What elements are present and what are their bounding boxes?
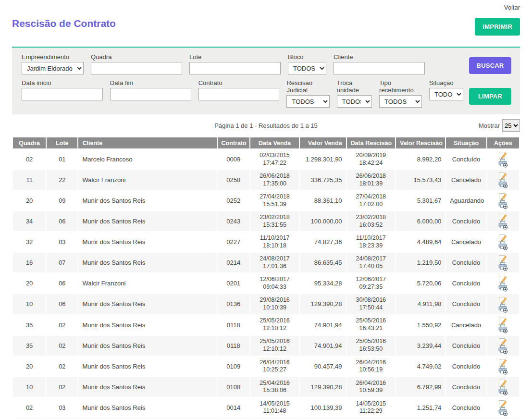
cell-contrato: 0252 <box>218 191 249 210</box>
cell-valor-rescisao: 3.239,44 <box>396 336 445 356</box>
table-row: 34 06 Munir dos Santos Reis 0243 23/02/2… <box>13 211 519 231</box>
cell-lote: 22 <box>47 170 77 190</box>
cell-data-venda: 25/05/201612:10:12 <box>250 336 299 356</box>
table-row: 10 06 Munir dos Santos Reis 0136 29/08/2… <box>13 294 519 314</box>
table-row: 35 02 Munir dos Santos Reis 0118 25/05/2… <box>13 315 519 335</box>
cell-lote: 02 <box>47 315 77 335</box>
col-valor-venda: Valor Venda <box>300 137 346 148</box>
buscar-button[interactable]: BUSCAR <box>469 57 511 74</box>
cell-data-venda: 26/04/201610:25:27 <box>250 357 299 376</box>
print-icon[interactable] <box>498 262 508 271</box>
edit-icon[interactable] <box>499 254 507 262</box>
cell-lote: 06 <box>47 273 77 293</box>
col-quadra: Quadra <box>13 137 46 148</box>
cell-data-venda: 02/03/201517:47:22 <box>250 149 299 169</box>
cell-actions <box>487 377 519 397</box>
cell-data-rescisao: 30/08/201617:50:44 <box>347 294 395 314</box>
print-icon[interactable] <box>498 387 508 395</box>
limpar-button[interactable]: LIMPAR <box>469 88 511 105</box>
cell-valor-venda: 90.457,49 <box>300 357 346 376</box>
cell-situacao: Concluído <box>446 294 486 314</box>
print-icon[interactable] <box>498 221 508 230</box>
cell-data-rescisao: 11/10/201718:23:39 <box>347 232 395 252</box>
print-icon[interactable] <box>498 180 508 188</box>
edit-icon[interactable] <box>499 192 507 200</box>
cell-actions <box>487 232 519 252</box>
cell-contrato: 0118 <box>218 315 249 335</box>
edit-icon[interactable] <box>499 379 507 387</box>
edit-icon[interactable] <box>499 296 507 304</box>
data-fim-input[interactable] <box>110 88 191 100</box>
cell-valor-rescisao: 15.573,43 <box>396 170 445 190</box>
cell-data-rescisao: 14/05/201511:22:29 <box>347 398 395 418</box>
rescisao-judicial-label: Rescisão Judicial <box>286 79 329 94</box>
edit-icon[interactable] <box>499 213 507 221</box>
cell-valor-rescisao: 1.251,74 <box>396 398 445 418</box>
data-inicio-input[interactable] <box>22 88 103 100</box>
pagination-summary: Página 1 de 1 - Resultados de 1 a 15 <box>214 122 318 129</box>
cell-quadra: 20 <box>13 357 46 376</box>
edit-icon[interactable] <box>499 151 507 159</box>
troca-unidade-select[interactable]: TODOS <box>337 95 372 108</box>
cell-data-rescisao: 26/04/201610:59:39 <box>347 377 395 397</box>
cell-actions <box>487 357 519 376</box>
cell-contrato: 0136 <box>218 294 249 314</box>
print-icon[interactable] <box>498 159 508 168</box>
print-icon[interactable] <box>498 283 508 292</box>
cell-lote: 01 <box>47 149 77 169</box>
cell-valor-venda: 129.390,28 <box>300 377 346 397</box>
edit-icon[interactable] <box>499 234 507 242</box>
cell-actions <box>487 211 519 231</box>
rescisao-judicial-select[interactable]: TODOS <box>286 95 329 108</box>
contrato-label: Contrato <box>198 79 280 86</box>
cell-actions <box>487 336 519 356</box>
cliente-input[interactable] <box>334 62 425 74</box>
situacao-select[interactable]: TODOS <box>429 88 463 100</box>
edit-icon[interactable] <box>499 275 507 283</box>
lote-input[interactable] <box>189 62 281 74</box>
print-icon[interactable] <box>498 366 508 375</box>
print-icon[interactable] <box>498 304 508 313</box>
tipo-recebimento-select[interactable]: TODOS <box>379 95 422 108</box>
cell-situacao: Concluído <box>446 377 486 397</box>
quadra-input[interactable] <box>91 62 182 74</box>
cell-cliente: Munir dos Santos Reis <box>78 398 216 418</box>
data-inicio-label: Data início <box>22 79 103 86</box>
empreendimento-select[interactable]: Jardim Eldorado <box>22 62 84 74</box>
edit-icon[interactable] <box>499 317 507 325</box>
edit-icon[interactable] <box>499 337 507 345</box>
cell-actions <box>487 294 519 314</box>
cell-cliente: Munir dos Santos Reis <box>78 377 216 397</box>
cell-quadra: 02 <box>13 398 46 418</box>
bloco-select[interactable]: TODOS <box>288 62 326 74</box>
cell-valor-rescisao: 1.219,50 <box>396 253 445 272</box>
cell-data-venda: 25/04/201615:38:06 <box>250 377 299 397</box>
print-button[interactable]: IMPRIMIR <box>475 18 520 36</box>
col-data-rescisao: Data Rescisão <box>347 137 395 148</box>
edit-icon[interactable] <box>499 399 507 407</box>
print-icon[interactable] <box>498 407 508 416</box>
print-icon[interactable] <box>498 200 508 209</box>
cell-actions <box>487 398 519 418</box>
cell-quadra: 35 <box>13 336 46 356</box>
cell-data-venda: 11/10/201718:10:18 <box>250 232 299 252</box>
edit-icon[interactable] <box>499 172 507 180</box>
print-icon[interactable] <box>498 325 508 333</box>
print-icon[interactable] <box>498 345 508 354</box>
cell-situacao: Aguardando <box>446 191 486 210</box>
cell-situacao: Cancelado <box>446 315 486 335</box>
col-situacao: Situação <box>446 137 486 148</box>
edit-icon[interactable] <box>499 358 507 366</box>
contrato-input[interactable] <box>198 88 280 100</box>
cell-data-venda: 14/05/201511:01:48 <box>250 398 299 418</box>
col-cliente: Cliente <box>78 137 216 148</box>
back-link[interactable]: Voltar <box>504 4 520 11</box>
cell-valor-venda: 88.361,10 <box>300 191 346 210</box>
page-size-select[interactable]: 25 <box>502 119 520 132</box>
cell-valor-venda: 74.901,94 <box>300 336 346 356</box>
table-row: 32 03 Munir dos Santos Reis 0227 11/10/2… <box>13 232 519 252</box>
cell-data-rescisao: 26/06/201818:01:39 <box>347 170 395 190</box>
cell-lote: 06 <box>47 294 77 314</box>
print-icon[interactable] <box>498 242 508 250</box>
cell-cliente: Munir dos Santos Reis <box>78 294 216 314</box>
